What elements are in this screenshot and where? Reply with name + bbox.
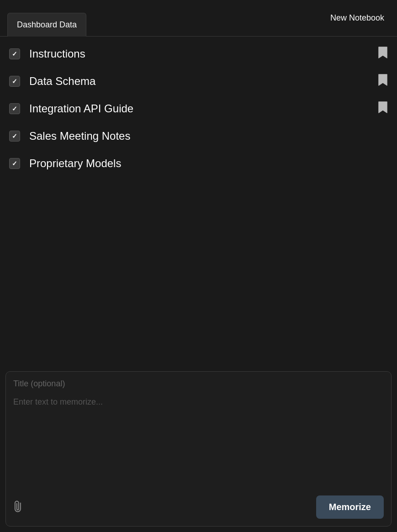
list-item-left-proprietary-models: ✓Proprietary Models bbox=[9, 157, 121, 170]
checkmark-instructions: ✓ bbox=[12, 50, 17, 58]
bookmark-icon-data-schema[interactable] bbox=[378, 74, 388, 89]
memorize-button[interactable]: Memorize bbox=[316, 495, 384, 519]
title-input[interactable] bbox=[13, 379, 384, 389]
item-label-proprietary-models: Proprietary Models bbox=[29, 157, 121, 170]
attach-icon[interactable] bbox=[10, 498, 27, 516]
checkbox-instructions[interactable]: ✓ bbox=[9, 48, 20, 59]
app-container: Dashboard Data New Notebook ✓Instruction… bbox=[0, 0, 397, 532]
text-memorize-input[interactable] bbox=[13, 396, 384, 490]
item-label-sales-meeting-notes: Sales Meeting Notes bbox=[29, 130, 130, 142]
bookmark-icon-integration-api-guide[interactable] bbox=[378, 101, 388, 116]
checkbox-sales-meeting-notes[interactable]: ✓ bbox=[9, 131, 20, 142]
item-label-data-schema: Data Schema bbox=[29, 75, 95, 88]
checkbox-proprietary-models[interactable]: ✓ bbox=[9, 158, 20, 169]
checkmark-integration-api-guide: ✓ bbox=[12, 105, 17, 112]
checkmark-data-schema: ✓ bbox=[12, 78, 17, 85]
list-item-left-instructions: ✓Instructions bbox=[9, 47, 85, 60]
dashboard-data-tab[interactable]: Dashboard Data bbox=[7, 13, 86, 37]
list-item: ✓Proprietary Models bbox=[0, 150, 397, 177]
item-label-integration-api-guide: Integration API Guide bbox=[29, 102, 133, 115]
list-item: ✓Integration API Guide bbox=[0, 95, 397, 122]
list-item-left-sales-meeting-notes: ✓Sales Meeting Notes bbox=[9, 130, 130, 142]
items-list: ✓Instructions ✓Data Schema ✓Integration … bbox=[0, 37, 397, 366]
list-item: ✓Instructions bbox=[0, 40, 397, 68]
list-item: ✓Sales Meeting Notes bbox=[0, 122, 397, 150]
header: Dashboard Data New Notebook bbox=[0, 0, 397, 37]
checkmark-sales-meeting-notes: ✓ bbox=[12, 132, 17, 140]
item-label-instructions: Instructions bbox=[29, 47, 85, 60]
new-notebook-button[interactable]: New Notebook bbox=[325, 10, 390, 26]
memorize-panel: Memorize bbox=[5, 371, 392, 527]
list-item: ✓Data Schema bbox=[0, 68, 397, 95]
bookmark-icon-instructions[interactable] bbox=[378, 46, 388, 62]
panel-bottom-bar: Memorize bbox=[13, 495, 384, 519]
checkbox-integration-api-guide[interactable]: ✓ bbox=[9, 103, 20, 114]
checkmark-proprietary-models: ✓ bbox=[12, 160, 17, 167]
checkbox-data-schema[interactable]: ✓ bbox=[9, 76, 20, 87]
list-item-left-data-schema: ✓Data Schema bbox=[9, 75, 95, 88]
list-item-left-integration-api-guide: ✓Integration API Guide bbox=[9, 102, 133, 115]
